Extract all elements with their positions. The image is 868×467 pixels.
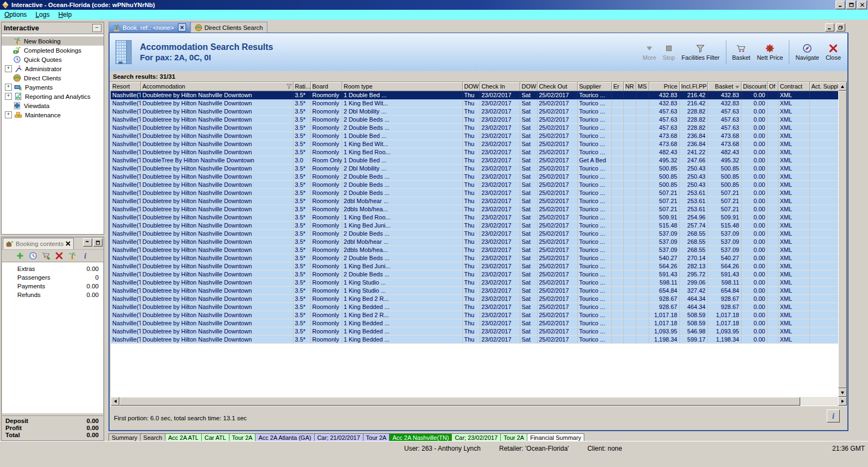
add-icon[interactable] [16,251,24,260]
column-header-of[interactable]: Of [767,82,778,91]
schedule-icon[interactable] [29,251,37,260]
column-header-basket[interactable]: Basket [707,82,741,91]
sidebar-item-administrator[interactable]: +Administrator [2,64,104,73]
sidebar-item-viewdata[interactable]: Viewdata [2,101,104,110]
result-row[interactable]: Nashville(TN)Doubletree by Hilton Nashvi… [111,116,838,124]
sidebar-item-payments[interactable]: +$Payments [2,83,104,92]
column-header-dow[interactable]: DOW [520,82,537,91]
column-header-nr[interactable]: NR [623,82,636,91]
minimize-button[interactable] [835,1,845,9]
info-icon[interactable]: i [81,251,90,260]
column-header-ms[interactable]: MS [636,82,649,91]
result-row[interactable]: Nashville(TN)Doubletree by Hilton Nashvi… [111,295,838,303]
scroll-left-arrow[interactable] [111,397,119,406]
column-header-room-type[interactable]: Room type [342,82,462,91]
close-button[interactable]: Close [822,42,844,62]
column-header-check-out[interactable]: Check Out [537,82,577,91]
expand-plus-icon[interactable]: + [5,93,12,100]
column-header-incl-fl-pp[interactable]: Incl.Fl.PP [679,82,707,91]
result-row[interactable]: Nashville(TN)Doubletree by Hilton Nashvi… [111,181,838,189]
bottom-tab-summary[interactable]: Summary [108,433,141,441]
result-row[interactable]: Nashville(TN)Doubletree by Hilton Nashvi… [111,270,838,279]
close-tab-icon[interactable] [178,23,186,31]
bottom-tab-tour-2a[interactable]: Tour 2A [363,433,390,441]
result-row[interactable]: Nashville(TN)Doubletree by Hilton Nashvi… [111,173,838,181]
menu-help[interactable]: Help [54,11,76,18]
scroll-down-arrow[interactable] [838,388,847,397]
sidebar-item-maintenance[interactable]: +Maintenance [2,110,104,119]
bottom-tab-tour-2a[interactable]: Tour 2A [501,433,527,441]
result-row[interactable]: Nashville(TN)Doubletree by Hilton Nashvi… [111,238,838,246]
menu-logs[interactable]: Logs [31,11,54,18]
bottom-tab-acc-2a-atlanta-ga[interactable]: Acc 2A Atlanta (GA) [256,433,314,441]
cart-go-icon[interactable] [42,251,50,260]
panel-restore-button[interactable] [93,238,103,247]
result-row[interactable]: Nashville(TN)Doubletree by Hilton Nashvi… [111,132,838,140]
result-row[interactable]: Nashville(TN)Doubletree by Hilton Nashvi… [111,303,838,311]
basket-button[interactable]: Basket [729,42,754,62]
column-header-er[interactable]: Er [611,82,623,91]
result-row[interactable]: Nashville(TN)Doubletree by Hilton Nashvi… [111,279,838,287]
column-header-resort[interactable]: Resort [111,82,141,91]
result-row[interactable]: Nashville(TN)Doubletree by Hilton Nashvi… [111,165,838,173]
doc-minimize-button[interactable] [825,23,834,31]
expand-plus-icon[interactable]: + [5,84,12,91]
sidebar-item-direct-clients[interactable]: Direct Clients [2,73,104,83]
column-header-act-supplier[interactable]: Act. Supplier [809,82,838,91]
bottom-tab-car-23-02-2017[interactable]: Car; 23/02/2017 [452,433,501,441]
column-header-contract[interactable]: Contract [778,82,809,91]
expand-plus-icon[interactable]: + [5,65,12,72]
column-header-supplier[interactable]: Supplier [577,82,611,91]
booking-contents-tab[interactable]: Booking contents [3,238,74,249]
tab-direct-clients-search[interactable]: Direct Clients Search [190,22,267,33]
result-row[interactable]: Nashville(TN)Doubletree by Hilton Nashvi… [111,205,838,213]
doc-restore-button[interactable] [836,23,845,31]
tab-book-ref-none[interactable]: Book. ref.: <none> [108,22,190,33]
result-row[interactable]: Nashville(TN)Doubletree by Hilton Nashvi… [111,319,838,327]
info-button[interactable]: i [827,409,840,422]
collapse-panel-button[interactable]: − [92,24,101,32]
facilities-filter-button[interactable]: Facilities Filter [678,42,723,62]
delete-icon[interactable] [55,251,63,260]
result-row[interactable]: Nashville(TN)Doubletree by Hilton Nashvi… [111,140,838,148]
bottom-tab-search[interactable]: Search [141,433,165,441]
scroll-up-arrow[interactable] [838,82,847,91]
result-row[interactable]: Nashville(TN)Doubletree by Hilton Nashvi… [111,189,838,197]
close-button[interactable] [857,1,867,9]
vertical-scroll-thumb[interactable] [838,91,847,388]
nett-price-button[interactable]: $Nett Price [754,42,786,62]
result-row[interactable]: Nashville(TN)DoubleTree By Hilton Nashvi… [111,156,838,165]
palm-tree-icon[interactable] [68,251,76,260]
sidebar-item-completed-bookings[interactable]: Completed Bookings [2,46,104,55]
result-row[interactable]: Nashville(TN)Doubletree by Hilton Nashvi… [111,99,838,108]
result-row[interactable]: Nashville(TN)Doubletree by Hilton Nashvi… [111,311,838,319]
result-row[interactable]: Nashville(TN)Doubletree by Hilton Nashvi… [111,246,838,254]
sidebar-item-quick-quotes[interactable]: Quick Quotes [2,55,104,64]
result-row[interactable]: Nashville(TN)Doubletree by Hilton Nashvi… [111,222,838,230]
sidebar-item-new-booking[interactable]: New Booking [2,36,104,46]
column-header-rati[interactable]: Rati... [293,82,310,91]
bottom-tab-acc-2a-atl[interactable]: Acc 2A ATL [165,433,202,441]
vertical-scrollbar[interactable] [838,82,847,397]
bottom-tab-tour-2a[interactable]: Tour 2A [229,433,256,441]
result-row[interactable]: Nashville(TN)Doubletree by Hilton Nashvi… [111,213,838,222]
bottom-tab-acc-2a-nashville-tn[interactable]: Acc 2A Nashville(TN) [390,433,452,441]
bottom-tab-car-21-02-2017[interactable]: Car; 21/02/2017 [315,433,363,441]
maximize-button[interactable] [846,1,856,9]
result-row[interactable]: Nashville(TN)Doubletree by Hilton Nashvi… [111,327,838,336]
horizontal-scrollbar[interactable] [111,397,847,406]
navigate-button[interactable]: Navigate [792,42,822,62]
bottom-tab-financial-summary[interactable]: Financial Summary [527,433,584,441]
panel-minimize-button[interactable] [83,238,92,247]
result-row[interactable]: Nashville(TN)Doubletree by Hilton Nashvi… [111,91,838,99]
result-row[interactable]: Nashville(TN)Doubletree by Hilton Nashvi… [111,262,838,270]
result-row[interactable]: Nashville(TN)Doubletree by Hilton Nashvi… [111,124,838,132]
column-filter-icon[interactable] [286,83,292,90]
expand-plus-icon[interactable]: + [5,111,12,118]
column-header-check-in[interactable]: Check In [480,82,520,91]
column-header-board[interactable]: Board [310,82,342,91]
result-row[interactable]: Nashville(TN)Doubletree by Hilton Nashvi… [111,197,838,205]
result-row[interactable]: Nashville(TN)Doubletree by Hilton Nashvi… [111,108,838,116]
menu-options[interactable]: Options [0,11,31,18]
column-header-dow[interactable]: DOW [462,82,480,91]
